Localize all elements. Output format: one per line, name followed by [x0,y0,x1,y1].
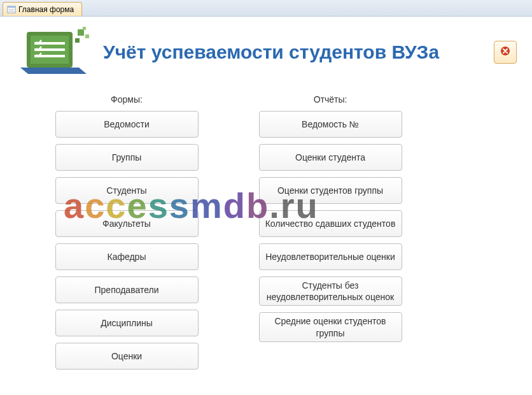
svg-rect-11 [75,38,80,43]
page-title: Учёт успеваемости студентов ВУЗа [103,41,470,63]
form-btn-kafedry[interactable]: Кафедры [55,243,199,270]
logo-image [15,24,92,80]
svg-rect-9 [78,29,84,36]
content-area: Учёт успеваемости студентов ВУЗа Формы: … [0,17,532,395]
reports-heading: Отчёты: [314,94,347,104]
close-icon [500,46,510,59]
form-icon [7,5,16,14]
report-btn-ocenki-gruppy[interactable]: Оценки студентов группы [259,177,402,204]
svg-rect-10 [85,34,89,38]
report-btn-neudovletvoritelnye[interactable]: Неудовлетворительные оценки [259,243,402,270]
close-button[interactable] [494,41,517,64]
report-btn-kolichestvo-sdavshih[interactable]: Количество сдавших студентов [259,210,402,237]
report-btn-vedomost-no[interactable]: Ведомость № [259,111,402,138]
svg-rect-12 [83,27,86,30]
form-btn-vedomosti[interactable]: Ведомости [55,111,199,138]
columns: Формы: Ведомости Группы Студенты Факульт… [15,94,517,376]
form-btn-prepodavateli[interactable]: Преподаватели [55,276,199,303]
tab-bar: Главная форма [0,0,532,17]
header-row: Учёт успеваемости студентов ВУЗа [15,24,517,80]
tab-label: Главная форма [18,5,74,14]
form-btn-fakultety[interactable]: Факультеты [55,210,199,237]
form-btn-discipliny[interactable]: Дисциплины [55,310,199,336]
report-btn-srednie-ocenki[interactable]: Средние оценки студентов группы [259,312,402,341]
report-btn-ocenki-studenta[interactable]: Оценки студента [259,144,402,171]
form-btn-ocenki[interactable]: Оценки [55,343,199,370]
svg-rect-1 [8,6,15,8]
main-form-window: Главная форма [0,0,532,395]
tab-main-form[interactable]: Главная форма [3,2,82,16]
reports-column: Отчёты: Ведомость № Оценки студента Оцен… [257,94,403,376]
forms-column: Формы: Ведомости Группы Студенты Факульт… [53,94,200,376]
form-btn-studenty[interactable]: Студенты [55,177,199,204]
forms-heading: Формы: [111,94,143,104]
form-btn-gruppy[interactable]: Группы [55,144,199,171]
report-btn-studenty-bez-neud[interactable]: Студенты без неудовлетворительных оценок [259,276,402,306]
